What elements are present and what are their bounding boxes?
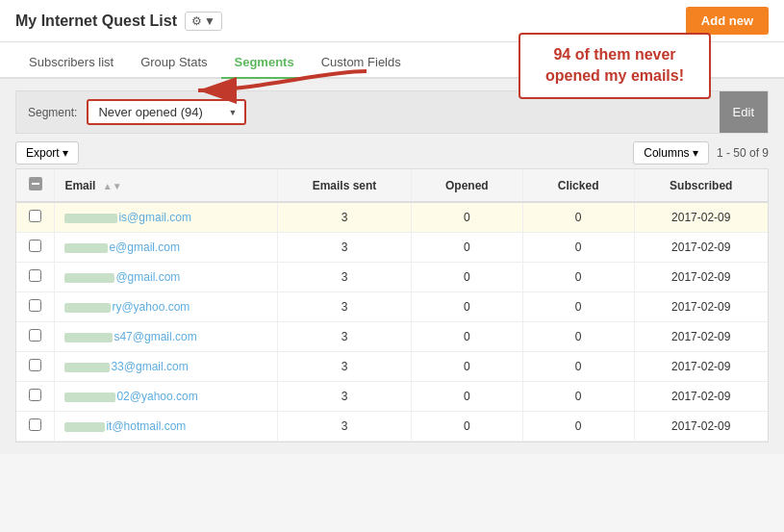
row-checkbox[interactable]	[29, 389, 41, 401]
pagination-info: 1 - 50 of 9	[717, 146, 769, 160]
row-checkbox[interactable]	[29, 418, 41, 431]
segment-section: Segment: Never opened (94) All subscribe…	[15, 90, 769, 134]
row-opened: 0	[411, 263, 522, 292]
tab-subscribers[interactable]: Subscribers list	[15, 47, 127, 79]
row-clicked: 0	[522, 322, 634, 352]
header-left: My Internet Quest List ⚙ ▼	[15, 12, 222, 31]
row-checkbox[interactable]	[29, 210, 41, 222]
row-clicked: 0	[522, 382, 634, 412]
email-suffix: 02@yahoo.com	[116, 390, 197, 403]
row-checkbox[interactable]	[29, 329, 41, 342]
edit-segment-button[interactable]: Edit	[720, 91, 768, 133]
email-suffix: 33@gmail.com	[111, 360, 188, 373]
callout-box: 94 of them never opened my emails!	[518, 33, 711, 99]
row-checkbox-cell	[16, 202, 55, 233]
email-blurred-part	[64, 273, 114, 283]
segment-label: Segment:	[28, 106, 77, 119]
tab-segments[interactable]: Segments	[221, 47, 308, 79]
row-clicked: 0	[522, 412, 634, 442]
row-subscribed: 2017-02-09	[634, 292, 768, 322]
row-clicked: 0	[522, 233, 634, 263]
row-email[interactable]: ry@yahoo.com	[55, 292, 278, 322]
email-suffix: ry@yahoo.com	[112, 300, 190, 314]
th-sent-label: Emails sent	[313, 179, 377, 192]
row-checkbox-cell	[16, 292, 55, 322]
row-clicked: 0	[522, 352, 634, 382]
th-opened[interactable]: Opened	[411, 169, 522, 202]
row-checkbox[interactable]	[29, 240, 41, 252]
row-checkbox-cell	[16, 233, 55, 263]
email-blurred-part	[64, 243, 108, 253]
row-clicked: 0	[522, 202, 634, 233]
row-subscribed: 2017-02-09	[634, 202, 768, 233]
table-row: is@gmail.com3002017-02-09	[16, 202, 768, 233]
row-opened: 0	[411, 352, 522, 382]
row-checkbox-cell	[16, 263, 55, 292]
row-emails-sent: 3	[278, 322, 412, 352]
th-email[interactable]: Email ▲▼	[55, 169, 278, 202]
row-checkbox-cell	[16, 382, 55, 412]
add-new-button[interactable]: Add new	[686, 7, 769, 35]
toolbar-row: Export ▾ Columns ▾ 1 - 50 of 9	[15, 141, 769, 165]
email-suffix: s47@gmail.com	[114, 330, 196, 343]
row-checkbox-cell	[16, 322, 55, 352]
row-checkbox[interactable]	[29, 269, 41, 282]
row-subscribed: 2017-02-09	[634, 412, 768, 442]
row-clicked: 0	[522, 263, 634, 292]
subscribers-table: Email ▲▼ Emails sent Opened Clicked Subs…	[15, 168, 769, 443]
table-row: ry@yahoo.com3002017-02-09	[16, 292, 768, 322]
columns-button[interactable]: Columns ▾	[633, 141, 709, 165]
th-email-label: Email	[64, 179, 95, 192]
content-area: Segment: Never opened (94) All subscribe…	[0, 79, 784, 454]
row-emails-sent: 3	[278, 292, 412, 322]
row-opened: 0	[411, 382, 522, 412]
row-email[interactable]: it@hotmail.com	[55, 412, 278, 442]
th-clicked[interactable]: Clicked	[522, 169, 634, 202]
row-opened: 0	[411, 322, 522, 352]
export-button[interactable]: Export ▾	[15, 141, 79, 165]
email-blurred-part	[64, 363, 110, 372]
row-email[interactable]: 02@yahoo.com	[55, 382, 278, 412]
row-opened: 0	[411, 412, 522, 442]
row-emails-sent: 3	[278, 382, 412, 412]
row-checkbox[interactable]	[29, 359, 41, 371]
row-emails-sent: 3	[278, 202, 412, 233]
th-checkbox[interactable]	[16, 169, 55, 202]
row-email[interactable]: 33@gmail.com	[55, 352, 278, 382]
gear-dropdown-icon: ▼	[204, 14, 215, 28]
row-emails-sent: 3	[278, 412, 412, 442]
row-emails-sent: 3	[278, 263, 412, 292]
email-suffix: @gmail.com	[115, 270, 180, 284]
tab-groupstats[interactable]: Group Stats	[127, 47, 220, 79]
row-opened: 0	[411, 233, 522, 263]
table-row: @gmail.com3002017-02-09	[16, 263, 768, 292]
th-subscribed[interactable]: Subscribed	[634, 169, 768, 202]
table-row: it@hotmail.com3002017-02-09	[16, 412, 768, 442]
row-email[interactable]: s47@gmail.com	[55, 322, 278, 352]
th-opened-label: Opened	[445, 179, 489, 192]
page-title: My Internet Quest List	[15, 13, 177, 30]
row-subscribed: 2017-02-09	[634, 233, 768, 263]
row-emails-sent: 3	[278, 233, 412, 263]
row-subscribed: 2017-02-09	[634, 263, 768, 292]
row-email[interactable]: is@gmail.com	[55, 202, 278, 233]
segment-select[interactable]: Never opened (94) All subscribers Opened…	[89, 101, 244, 123]
row-subscribed: 2017-02-09	[634, 322, 768, 352]
table-header-row: Email ▲▼ Emails sent Opened Clicked Subs…	[16, 169, 768, 202]
gear-button[interactable]: ⚙ ▼	[185, 12, 222, 31]
sort-email-icon: ▲▼	[103, 181, 122, 191]
row-checkbox[interactable]	[29, 299, 41, 312]
tab-customfields[interactable]: Custom Fields	[308, 47, 415, 79]
row-emails-sent: 3	[278, 352, 412, 382]
row-subscribed: 2017-02-09	[634, 382, 768, 412]
segment-select-wrapper[interactable]: Never opened (94) All subscribers Opened…	[87, 99, 246, 125]
row-opened: 0	[411, 202, 522, 233]
select-all-icon[interactable]	[29, 177, 42, 190]
th-emails-sent[interactable]: Emails sent	[278, 169, 412, 202]
th-subscribed-label: Subscribed	[670, 179, 732, 192]
row-checkbox-cell	[16, 352, 55, 382]
th-clicked-label: Clicked	[558, 179, 599, 192]
row-email[interactable]: e@gmail.com	[55, 233, 278, 263]
row-email[interactable]: @gmail.com	[55, 263, 278, 292]
row-clicked: 0	[522, 292, 634, 322]
